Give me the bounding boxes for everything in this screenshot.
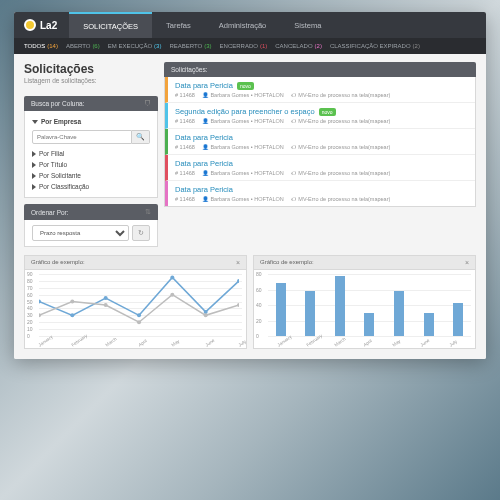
item-tag: 🏷 MV-Erro de processo na tela(mapear) [291, 196, 391, 202]
item-meta: # 11468👤 Barbara Gomes • HOFTALON🏷 MV-Er… [175, 144, 468, 150]
list-item[interactable]: Data para Pericia novo# 11468👤 Barbara G… [165, 77, 475, 103]
tab-tarefas[interactable]: Tarefas [152, 12, 205, 38]
subtab[interactable]: CLASSIFICAÇÃO EXPIRADO (2) [330, 43, 420, 49]
search-input[interactable] [32, 130, 132, 144]
item-user: 👤 Barbara Gomes • HOFTALON [202, 170, 284, 176]
bar [276, 283, 286, 336]
filter-row[interactable]: Por Classificação [32, 181, 150, 192]
filter-tabs: TODOS (14)ABERTO (6)EM EXECUÇÃO (3)REABE… [14, 38, 486, 54]
brand-text: La2 [40, 20, 57, 31]
sort-panel-header: Ordenar Por: ⇅ [24, 204, 158, 220]
svg-point-1 [70, 313, 74, 317]
item-title: Data para Pericia [175, 185, 468, 194]
svg-point-8 [70, 300, 74, 304]
search-button[interactable]: 🔍 [132, 130, 150, 144]
item-title: Segunda edição para preencher o espaço n… [175, 107, 468, 116]
chart-header: Gráfico de exemplo: × [25, 256, 246, 270]
filter-row[interactable]: Por Título [32, 159, 150, 170]
item-title: Data para Pericia novo [175, 81, 468, 90]
item-meta: # 11468👤 Barbara Gomes • HOFTALON🏷 MV-Er… [175, 196, 468, 202]
list-item[interactable]: Data para Pericia # 11468👤 Barbara Gomes… [165, 129, 475, 155]
sort-icon[interactable]: ⇅ [145, 208, 151, 216]
item-tag: 🏷 MV-Erro de processo na tela(mapear) [291, 92, 391, 98]
page-title: Solicitações [24, 62, 158, 76]
svg-point-3 [137, 313, 141, 317]
logo-icon [24, 19, 36, 31]
subtab[interactable]: ENCERRADO (1) [220, 43, 268, 49]
top-nav: La2 SOLICITAÇÕESTarefasAdministraçãoSist… [14, 12, 486, 38]
search-panel: Busca por Coluna: ⛉ Por Empresa 🔍 Por F [24, 96, 158, 198]
svg-point-11 [170, 293, 174, 297]
page-subtitle: Listagem de solicitações: [24, 77, 158, 84]
chevron-right-icon [32, 151, 36, 157]
item-tag: 🏷 MV-Erro de processo na tela(mapear) [291, 144, 391, 150]
search-input-row: 🔍 [32, 130, 150, 144]
request-list: Data para Pericia novo# 11468👤 Barbara G… [164, 77, 476, 207]
brand-logo[interactable]: La2 [24, 19, 57, 31]
item-meta: # 11468👤 Barbara Gomes • HOFTALON🏷 MV-Er… [175, 92, 468, 98]
item-id: # 11468 [175, 118, 195, 124]
sort-select[interactable]: Prazo resposta [32, 225, 129, 241]
close-icon[interactable]: × [465, 259, 469, 266]
item-title: Data para Pericia [175, 133, 468, 142]
page-header: Solicitações Listagem de solicitações: [24, 62, 158, 90]
filter-row[interactable]: Por Solicitante [32, 170, 150, 181]
item-user: 👤 Barbara Gomes • HOFTALON [202, 118, 284, 124]
bar [305, 291, 315, 336]
new-badge: novo [319, 108, 336, 116]
list-item[interactable]: Data para Pericia # 11468👤 Barbara Gomes… [165, 181, 475, 206]
main-tabs: SOLICITAÇÕESTarefasAdministraçãoSistema [69, 12, 335, 38]
sort-panel-body: Prazo resposta ↻ [24, 220, 158, 247]
item-user: 👤 Barbara Gomes • HOFTALON [202, 92, 284, 98]
item-meta: # 11468👤 Barbara Gomes • HOFTALON🏷 MV-Er… [175, 118, 468, 124]
svg-point-4 [170, 275, 174, 279]
line-chart-panel: Gráfico de exemplo: × 010203040506070809… [24, 255, 247, 349]
svg-point-5 [204, 310, 208, 314]
list-item[interactable]: Data para Pericia # 11468👤 Barbara Gomes… [165, 155, 475, 181]
bar [453, 303, 463, 336]
line-chart: 0102030405060708090JanuaryFebruaryMarchA… [25, 270, 246, 348]
refresh-icon: ↻ [138, 229, 144, 237]
bar-chart: 020406080JanuaryFebruaryMarchAprilMayJun… [254, 270, 475, 348]
sort-panel: Ordenar Por: ⇅ Prazo resposta ↻ [24, 204, 158, 247]
svg-point-9 [104, 303, 108, 307]
item-title: Data para Pericia [175, 159, 468, 168]
bar [394, 291, 404, 336]
bar [364, 313, 374, 336]
svg-point-13 [237, 303, 239, 307]
search-icon: 🔍 [136, 133, 145, 141]
bar-chart-panel: Gráfico de exemplo: × 020406080JanuaryFe… [253, 255, 476, 349]
close-icon[interactable]: × [236, 259, 240, 266]
filter-row[interactable]: Por Filial [32, 148, 150, 159]
subtab[interactable]: EM EXECUÇÃO (3) [108, 43, 162, 49]
bar [424, 313, 434, 336]
svg-point-2 [104, 296, 108, 300]
refresh-button[interactable]: ↻ [132, 225, 150, 241]
search-panel-header: Busca por Coluna: ⛉ [24, 96, 158, 111]
filter-icon[interactable]: ⛉ [144, 100, 151, 107]
item-tag: 🏷 MV-Erro de processo na tela(mapear) [291, 118, 391, 124]
subtab[interactable]: CANCELADO (2) [275, 43, 322, 49]
item-id: # 11468 [175, 170, 195, 176]
item-user: 👤 Barbara Gomes • HOFTALON [202, 144, 284, 150]
item-meta: # 11468👤 Barbara Gomes • HOFTALON🏷 MV-Er… [175, 170, 468, 176]
chevron-right-icon [32, 173, 36, 179]
subtab[interactable]: REABERTO (3) [169, 43, 211, 49]
filter-expanded[interactable]: Por Empresa [32, 116, 150, 127]
item-tag: 🏷 MV-Erro de processo na tela(mapear) [291, 170, 391, 176]
main-content: Solicitações Listagem de solicitações: B… [14, 54, 486, 255]
tab-administração[interactable]: Administração [205, 12, 281, 38]
right-column: Solicitações: Data para Pericia novo# 11… [164, 62, 476, 247]
svg-point-12 [204, 313, 208, 317]
list-item[interactable]: Segunda edição para preencher o espaço n… [165, 103, 475, 129]
subtab[interactable]: ABERTO (6) [66, 43, 100, 49]
new-badge: novo [237, 82, 254, 90]
svg-point-10 [137, 320, 141, 324]
tab-sistema[interactable]: Sistema [280, 12, 335, 38]
search-panel-body: Por Empresa 🔍 Por FilialPor TítuloPor So… [24, 111, 158, 198]
item-id: # 11468 [175, 92, 195, 98]
subtab[interactable]: TODOS (14) [24, 43, 58, 49]
chevron-right-icon [32, 162, 36, 168]
tab-solicitações[interactable]: SOLICITAÇÕES [69, 12, 152, 38]
item-user: 👤 Barbara Gomes • HOFTALON [202, 196, 284, 202]
